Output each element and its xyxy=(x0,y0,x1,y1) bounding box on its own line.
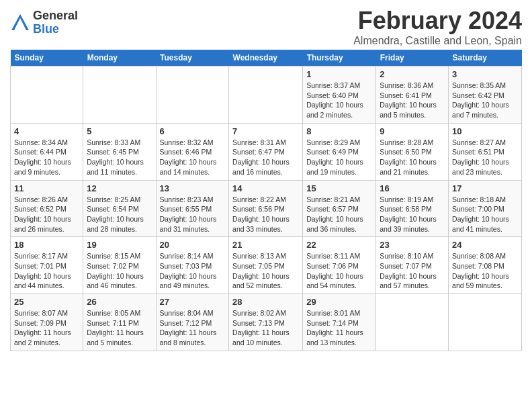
day-info: Sunrise: 8:21 AM Sunset: 6:57 PM Dayligh… xyxy=(306,195,372,234)
day-info: Sunrise: 8:28 AM Sunset: 6:50 PM Dayligh… xyxy=(380,138,445,177)
day-info: Sunrise: 8:25 AM Sunset: 6:54 PM Dayligh… xyxy=(87,195,152,234)
calendar-cell: 10Sunrise: 8:27 AM Sunset: 6:51 PM Dayli… xyxy=(449,123,522,180)
day-info: Sunrise: 8:04 AM Sunset: 7:12 PM Dayligh… xyxy=(160,308,226,348)
header-saturday: Saturday xyxy=(449,50,522,66)
calendar-cell xyxy=(156,66,229,124)
day-info: Sunrise: 8:11 AM Sunset: 7:06 PM Dayligh… xyxy=(306,251,372,291)
calendar-week-1: 1Sunrise: 8:37 AM Sunset: 6:40 PM Daylig… xyxy=(11,66,522,124)
calendar-header-row: SundayMondayTuesdayWednesdayThursdayFrid… xyxy=(11,50,522,66)
day-info: Sunrise: 8:10 AM Sunset: 7:07 PM Dayligh… xyxy=(380,251,445,291)
header-thursday: Thursday xyxy=(303,50,376,66)
calendar-cell: 18Sunrise: 8:17 AM Sunset: 7:01 PM Dayli… xyxy=(11,237,83,294)
day-number: 1 xyxy=(306,69,372,79)
day-number: 27 xyxy=(160,297,226,307)
day-info: Sunrise: 8:08 AM Sunset: 7:08 PM Dayligh… xyxy=(452,251,518,291)
day-number: 25 xyxy=(14,297,79,307)
calendar-cell xyxy=(229,66,303,124)
calendar-week-2: 4Sunrise: 8:34 AM Sunset: 6:44 PM Daylig… xyxy=(11,123,522,180)
day-number: 12 xyxy=(87,183,152,193)
day-info: Sunrise: 8:14 AM Sunset: 7:03 PM Dayligh… xyxy=(160,251,226,291)
calendar-cell: 20Sunrise: 8:14 AM Sunset: 7:03 PM Dayli… xyxy=(156,237,229,294)
calendar-cell: 22Sunrise: 8:11 AM Sunset: 7:06 PM Dayli… xyxy=(303,237,376,294)
day-number: 21 xyxy=(232,240,299,250)
calendar-week-3: 11Sunrise: 8:26 AM Sunset: 6:52 PM Dayli… xyxy=(11,180,522,237)
logo-blue: Blue xyxy=(33,23,78,36)
day-info: Sunrise: 8:29 AM Sunset: 6:49 PM Dayligh… xyxy=(306,138,372,177)
day-number: 5 xyxy=(87,126,152,136)
day-info: Sunrise: 8:22 AM Sunset: 6:56 PM Dayligh… xyxy=(232,195,299,234)
day-info: Sunrise: 8:26 AM Sunset: 6:52 PM Dayligh… xyxy=(14,195,79,234)
calendar-cell: 14Sunrise: 8:22 AM Sunset: 6:56 PM Dayli… xyxy=(229,180,303,237)
day-info: Sunrise: 8:34 AM Sunset: 6:44 PM Dayligh… xyxy=(14,138,79,177)
day-info: Sunrise: 8:01 AM Sunset: 7:14 PM Dayligh… xyxy=(306,308,372,348)
header-wednesday: Wednesday xyxy=(229,50,303,66)
day-info: Sunrise: 8:17 AM Sunset: 7:01 PM Dayligh… xyxy=(14,251,79,291)
page-header: General Blue February 2024 Almendra, Cas… xyxy=(10,7,522,47)
calendar-cell: 27Sunrise: 8:04 AM Sunset: 7:12 PM Dayli… xyxy=(156,294,229,351)
day-info: Sunrise: 8:07 AM Sunset: 7:09 PM Dayligh… xyxy=(14,308,79,348)
calendar-cell: 24Sunrise: 8:08 AM Sunset: 7:08 PM Dayli… xyxy=(449,237,522,294)
calendar-cell: 21Sunrise: 8:13 AM Sunset: 7:05 PM Dayli… xyxy=(229,237,303,294)
day-info: Sunrise: 8:27 AM Sunset: 6:51 PM Dayligh… xyxy=(452,138,518,177)
day-info: Sunrise: 8:02 AM Sunset: 7:13 PM Dayligh… xyxy=(232,308,299,348)
day-info: Sunrise: 8:18 AM Sunset: 7:00 PM Dayligh… xyxy=(452,195,518,234)
calendar-cell: 5Sunrise: 8:33 AM Sunset: 6:45 PM Daylig… xyxy=(83,123,156,180)
day-number: 7 xyxy=(232,126,299,136)
calendar-cell: 26Sunrise: 8:05 AM Sunset: 7:11 PM Dayli… xyxy=(83,294,156,351)
subtitle: Almendra, Castille and Leon, Spain xyxy=(353,35,522,47)
calendar-cell xyxy=(376,294,449,351)
calendar-cell xyxy=(449,294,522,351)
calendar-week-5: 25Sunrise: 8:07 AM Sunset: 7:09 PM Dayli… xyxy=(11,294,522,351)
calendar-cell: 19Sunrise: 8:15 AM Sunset: 7:02 PM Dayli… xyxy=(83,237,156,294)
calendar-cell: 15Sunrise: 8:21 AM Sunset: 6:57 PM Dayli… xyxy=(303,180,376,237)
day-info: Sunrise: 8:31 AM Sunset: 6:47 PM Dayligh… xyxy=(232,138,299,177)
day-number: 3 xyxy=(452,69,518,79)
calendar-cell: 25Sunrise: 8:07 AM Sunset: 7:09 PM Dayli… xyxy=(11,294,83,351)
day-number: 29 xyxy=(306,297,372,307)
calendar-cell: 3Sunrise: 8:35 AM Sunset: 6:42 PM Daylig… xyxy=(449,66,522,124)
day-number: 16 xyxy=(380,183,445,193)
day-number: 11 xyxy=(14,183,79,193)
day-number: 20 xyxy=(160,240,226,250)
calendar-cell: 9Sunrise: 8:28 AM Sunset: 6:50 PM Daylig… xyxy=(376,123,449,180)
calendar-cell: 17Sunrise: 8:18 AM Sunset: 7:00 PM Dayli… xyxy=(449,180,522,237)
day-number: 14 xyxy=(232,183,299,193)
calendar-cell xyxy=(83,66,156,124)
day-number: 28 xyxy=(232,297,299,307)
calendar-table: SundayMondayTuesdayWednesdayThursdayFrid… xyxy=(10,50,522,351)
header-sunday: Sunday xyxy=(11,50,83,66)
calendar-week-4: 18Sunrise: 8:17 AM Sunset: 7:01 PM Dayli… xyxy=(11,237,522,294)
calendar-cell: 8Sunrise: 8:29 AM Sunset: 6:49 PM Daylig… xyxy=(303,123,376,180)
main-title: February 2024 xyxy=(353,7,522,35)
calendar-cell: 2Sunrise: 8:36 AM Sunset: 6:41 PM Daylig… xyxy=(376,66,449,124)
day-info: Sunrise: 8:19 AM Sunset: 6:58 PM Dayligh… xyxy=(380,195,445,234)
calendar-cell: 23Sunrise: 8:10 AM Sunset: 7:07 PM Dayli… xyxy=(376,237,449,294)
day-info: Sunrise: 8:15 AM Sunset: 7:02 PM Dayligh… xyxy=(87,251,152,291)
calendar-cell: 13Sunrise: 8:23 AM Sunset: 6:55 PM Dayli… xyxy=(156,180,229,237)
day-info: Sunrise: 8:32 AM Sunset: 6:46 PM Dayligh… xyxy=(160,138,226,177)
calendar-cell: 12Sunrise: 8:25 AM Sunset: 6:54 PM Dayli… xyxy=(83,180,156,237)
header-monday: Monday xyxy=(83,50,156,66)
calendar-cell: 1Sunrise: 8:37 AM Sunset: 6:40 PM Daylig… xyxy=(303,66,376,124)
day-info: Sunrise: 8:37 AM Sunset: 6:40 PM Dayligh… xyxy=(306,81,372,120)
header-tuesday: Tuesday xyxy=(156,50,229,66)
day-number: 6 xyxy=(160,126,226,136)
day-number: 18 xyxy=(14,240,79,250)
day-number: 19 xyxy=(87,240,152,250)
day-info: Sunrise: 8:33 AM Sunset: 6:45 PM Dayligh… xyxy=(87,138,152,177)
day-info: Sunrise: 8:35 AM Sunset: 6:42 PM Dayligh… xyxy=(452,81,518,120)
day-info: Sunrise: 8:36 AM Sunset: 6:41 PM Dayligh… xyxy=(380,81,445,120)
calendar-cell: 6Sunrise: 8:32 AM Sunset: 6:46 PM Daylig… xyxy=(156,123,229,180)
calendar-cell: 7Sunrise: 8:31 AM Sunset: 6:47 PM Daylig… xyxy=(229,123,303,180)
calendar-cell: 11Sunrise: 8:26 AM Sunset: 6:52 PM Dayli… xyxy=(11,180,83,237)
day-number: 15 xyxy=(306,183,372,193)
day-number: 13 xyxy=(160,183,226,193)
day-info: Sunrise: 8:13 AM Sunset: 7:05 PM Dayligh… xyxy=(232,251,299,291)
calendar-cell: 4Sunrise: 8:34 AM Sunset: 6:44 PM Daylig… xyxy=(11,123,83,180)
logo-text: General Blue xyxy=(33,9,78,36)
header-friday: Friday xyxy=(376,50,449,66)
day-number: 26 xyxy=(87,297,152,307)
logo: General Blue xyxy=(10,9,78,36)
day-number: 23 xyxy=(380,240,445,250)
day-info: Sunrise: 8:23 AM Sunset: 6:55 PM Dayligh… xyxy=(160,195,226,234)
